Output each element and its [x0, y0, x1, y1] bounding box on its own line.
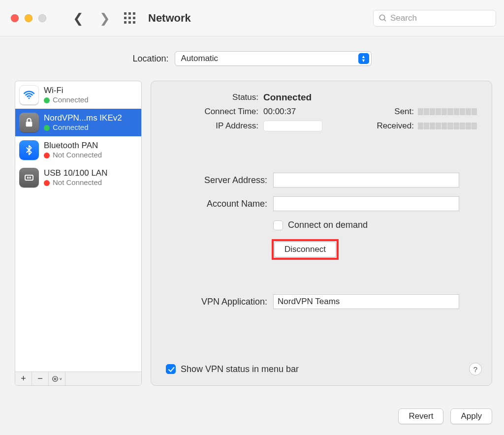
show-vpn-status-label: Show VPN status in menu bar — [181, 364, 299, 374]
bluetooth-icon — [19, 140, 39, 160]
minimize-window-button[interactable] — [25, 14, 32, 22]
search-input[interactable]: Search — [373, 10, 496, 27]
interfaces-sidebar: Wi-Fi Connected NordVPN...ms IKEv2 Conne… — [15, 81, 142, 386]
all-preferences-icon[interactable] — [124, 12, 135, 24]
search-placeholder: Search — [390, 13, 417, 23]
svg-point-8 — [54, 378, 56, 380]
ip-address-value — [263, 121, 322, 131]
vpn-application-label: VPN Application: — [166, 297, 273, 307]
disconnect-highlight: Disconnect — [272, 239, 339, 260]
svg-line-1 — [384, 19, 386, 21]
search-icon — [378, 14, 387, 23]
show-vpn-status-checkbox[interactable] — [166, 364, 176, 374]
page-title: Network — [148, 12, 191, 25]
interface-actions-button[interactable]: ⅴ — [49, 372, 65, 385]
location-label: Location: — [132, 54, 168, 64]
ethernet-icon — [19, 168, 39, 187]
sidebar-item-bluetooth-pan[interactable]: Bluetooth PAN Not Connected — [15, 136, 141, 164]
server-address-field[interactable] — [273, 173, 459, 187]
sent-meter — [418, 108, 477, 115]
svg-point-2 — [28, 97, 30, 99]
window-titlebar: ❮ ❯ Network Search — [0, 0, 504, 36]
status-dot-icon — [44, 125, 50, 131]
sidebar-item-ethernet[interactable]: USB 10/100 LAN Not Connected — [15, 164, 141, 191]
status-value: Connected — [263, 92, 322, 103]
vpn-application-field[interactable]: NordVPN Teams — [273, 294, 459, 309]
status-dot-icon — [44, 180, 50, 186]
forward-button[interactable]: ❯ — [99, 12, 110, 25]
wifi-icon — [19, 85, 39, 105]
svg-rect-7 — [30, 177, 31, 179]
close-window-button[interactable] — [11, 14, 19, 22]
connect-on-demand-checkbox[interactable] — [273, 220, 283, 230]
svg-rect-6 — [29, 177, 30, 179]
status-label: Status: — [166, 93, 263, 102]
sidebar-toolbar: + − ⅴ — [15, 372, 141, 385]
server-address-label: Server Address: — [166, 175, 273, 186]
add-interface-button[interactable]: + — [15, 372, 32, 385]
zoom-window-button[interactable] — [38, 14, 46, 22]
lock-icon — [19, 113, 39, 132]
location-select[interactable]: Automatic ▲▼ — [175, 51, 372, 66]
sidebar-item-label: USB 10/100 LAN — [44, 168, 107, 178]
account-name-label: Account Name: — [166, 199, 273, 209]
back-button[interactable]: ❮ — [73, 12, 84, 25]
sidebar-item-wifi[interactable]: Wi-Fi Connected — [15, 81, 141, 109]
sidebar-item-label: Bluetooth PAN — [44, 140, 102, 151]
received-label: Received: — [377, 121, 418, 131]
connect-on-demand-label: Connect on demand — [288, 220, 368, 230]
nav-buttons: ❮ ❯ — [73, 12, 110, 25]
sidebar-item-label: NordVPN...ms IKEv2 — [44, 113, 122, 123]
remove-interface-button[interactable]: − — [32, 372, 49, 385]
apply-button[interactable]: Apply — [450, 408, 492, 424]
ip-address-label: IP Address: — [166, 121, 263, 131]
account-name-field[interactable] — [273, 196, 459, 211]
location-value: Automatic — [181, 54, 219, 63]
sidebar-item-vpn[interactable]: NordVPN...ms IKEv2 Connected — [15, 109, 141, 136]
traffic-lights — [11, 14, 46, 22]
svg-point-9 — [53, 376, 58, 381]
connect-time-label: Connect Time: — [166, 107, 263, 117]
dropdown-stepper-icon: ▲▼ — [358, 53, 369, 64]
svg-rect-5 — [27, 177, 28, 179]
disconnect-button[interactable]: Disconnect — [274, 242, 336, 257]
window-footer: Revert Apply — [398, 408, 492, 424]
received-meter — [418, 123, 477, 129]
revert-button[interactable]: Revert — [398, 408, 443, 424]
status-dot-icon — [44, 153, 50, 158]
svg-rect-3 — [26, 122, 32, 126]
connect-time-value: 00:00:37 — [263, 107, 322, 117]
svg-point-0 — [379, 15, 385, 20]
details-panel: Status: Connected Connect Time: 00:00:37… — [151, 81, 492, 386]
interfaces-list: Wi-Fi Connected NordVPN...ms IKEv2 Conne… — [15, 81, 141, 372]
sidebar-item-label: Wi-Fi — [44, 85, 89, 95]
status-dot-icon — [44, 97, 50, 103]
location-row: Location: Automatic ▲▼ — [0, 36, 504, 66]
sent-label: Sent: — [377, 107, 418, 117]
help-button[interactable]: ? — [469, 363, 482, 375]
